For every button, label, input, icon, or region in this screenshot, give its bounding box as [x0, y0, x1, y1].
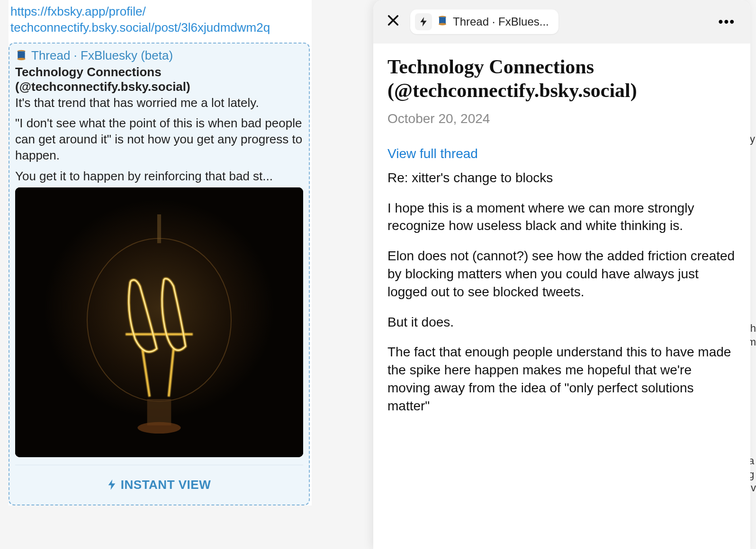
article-date: October 20, 2024	[387, 111, 736, 126]
instant-view-overlay: Thread · FxBlues... ••• Technology Conne…	[373, 0, 750, 549]
close-button[interactable]	[385, 11, 402, 33]
article-title: Technology Connections (@techconnectify.…	[387, 55, 736, 103]
author-handle: (@techconnectify.bsky.social)	[15, 80, 303, 94]
svg-rect-9	[157, 214, 161, 243]
instant-view-button[interactable]: INSTANT VIEW	[15, 465, 303, 505]
svg-point-12	[439, 23, 446, 26]
thread-spool-icon	[15, 49, 27, 62]
tab-pill[interactable]: Thread · FxBlues...	[410, 9, 558, 34]
svg-point-8	[137, 422, 180, 433]
link-preview-card[interactable]: Thread · FxBluesky (beta) Technology Con…	[9, 43, 310, 505]
post-url-link[interactable]: https://fxbsky.app/profile/ techconnecti…	[9, 0, 312, 40]
svg-point-2	[17, 58, 25, 60]
svg-rect-7	[147, 399, 171, 425]
tab-title: Thread · FxBlues...	[453, 15, 549, 28]
paragraph: But it does.	[387, 313, 736, 331]
preview-body: It's that trend that has worried me a lo…	[15, 95, 303, 185]
paragraph: Elon does not (cannot?) see how the adde…	[387, 247, 736, 301]
preview-header: Thread · FxBluesky (beta)	[15, 48, 303, 63]
message-preview-panel: https://fxbsky.app/profile/ techconnecti…	[9, 0, 312, 505]
bolt-icon	[415, 13, 432, 30]
article-content: Technology Connections (@techconnectify.…	[373, 44, 750, 439]
overlay-header: Thread · FxBlues... •••	[373, 0, 750, 44]
background-text-fragment: y	[750, 133, 755, 146]
thread-label: Thread · FxBluesky (beta)	[31, 48, 173, 63]
preview-image	[15, 187, 303, 457]
paragraph: Re: xitter's change to blocks	[387, 169, 736, 187]
view-full-thread-link[interactable]: View full thread	[387, 146, 736, 161]
paragraph: The fact that enough people understand t…	[387, 343, 736, 415]
bolt-icon	[108, 479, 116, 490]
thread-spool-icon	[437, 15, 448, 28]
more-options-button[interactable]: •••	[715, 10, 739, 33]
article-body: Re: xitter's change to blocks I hope thi…	[387, 169, 736, 415]
paragraph: I hope this is a moment where we can mor…	[387, 199, 736, 235]
author-name: Technology Connections	[15, 65, 303, 80]
instant-view-label: INSTANT VIEW	[121, 478, 211, 492]
